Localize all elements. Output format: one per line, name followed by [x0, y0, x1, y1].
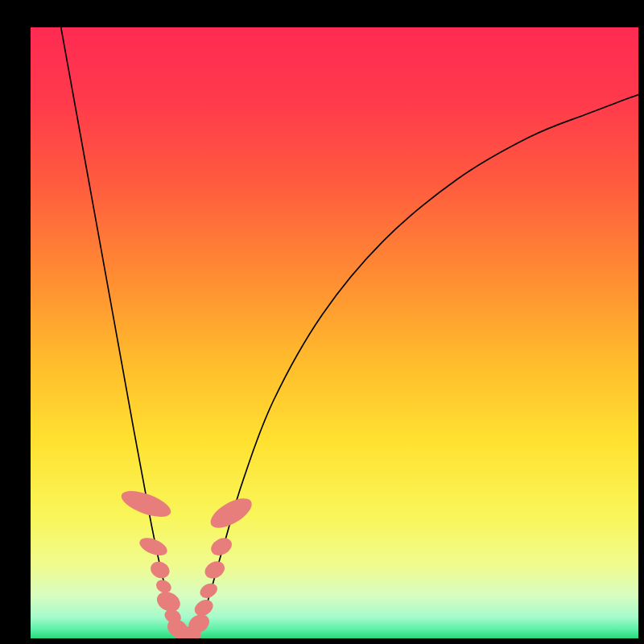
svg-rect-0 [31, 27, 638, 638]
frame-left [0, 0, 31, 644]
plot-area [31, 27, 638, 638]
frame-right [638, 0, 644, 644]
frame-top [0, 0, 644, 27]
frame-bottom [0, 638, 644, 644]
background-gradient [31, 27, 638, 638]
